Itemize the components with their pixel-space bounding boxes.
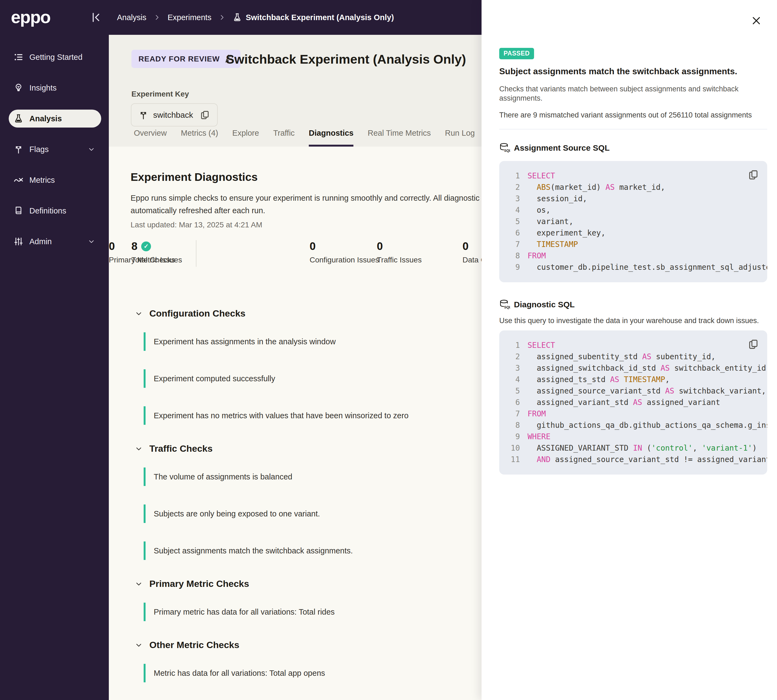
assignment-sql-heading: SQL Assignment Source SQL <box>499 143 767 153</box>
diagnostic-sql-heading: SQL Diagnostic SQL <box>499 299 767 310</box>
line-number: 5 <box>509 216 520 227</box>
close-x-glyph <box>751 15 762 26</box>
flask-icon <box>232 13 242 22</box>
status-badge-label: READY FOR REVIEW <box>139 55 220 63</box>
branch-icon <box>13 144 23 154</box>
line-number: 7 <box>509 408 520 420</box>
sidebar-collapse-icon[interactable] <box>90 12 102 23</box>
code-line: 9 customer_db.pipeline_test.sb_assignmen… <box>509 262 767 273</box>
tab-explore[interactable]: Explore <box>232 128 259 147</box>
bulb-icon <box>13 83 23 93</box>
code-line: 5 assigned_source_variant_std AS switchb… <box>509 385 767 397</box>
sidebar: Getting StartedInsightsAnalysisFlagsMetr… <box>0 35 109 700</box>
sliders-icon <box>13 237 23 247</box>
diagnostic-sql-code: 1SELECT2 assigned_subentity_std AS suben… <box>499 330 767 475</box>
chevron-right-icon <box>154 14 160 21</box>
stat-primary-metric-issues: 0Primary Metric Issues <box>109 240 182 264</box>
breadcrumb-item[interactable]: Experiments <box>167 13 211 22</box>
line-number: 3 <box>509 193 520 205</box>
copy-glyph <box>748 169 759 180</box>
sidebar-item-label: Getting Started <box>29 53 82 62</box>
list-icon <box>13 52 23 62</box>
stat-label: Primary Metric Issues <box>109 256 182 264</box>
tab-real-time-metrics[interactable]: Real Time Metrics <box>368 128 431 147</box>
code-line: 5 variant, <box>509 216 767 227</box>
check-detail-content: PASSED Subject assignments match the swi… <box>499 48 767 475</box>
sidebar-item-label: Insights <box>29 83 57 92</box>
sidebar-item-metrics[interactable]: Metrics <box>9 171 101 189</box>
tab-overview[interactable]: Overview <box>134 128 167 147</box>
tab-run-log[interactable]: Run Log <box>445 128 475 147</box>
copy-glyph <box>748 338 759 350</box>
check-description: Checks that variants match between subje… <box>499 84 767 103</box>
line-number: 6 <box>509 397 520 408</box>
close-icon[interactable] <box>751 15 762 26</box>
book-icon <box>13 206 23 216</box>
check-title: Subject assignments match the switchback… <box>499 66 767 77</box>
chart-line-icon <box>13 175 23 185</box>
code-line: 6 assigned_variant_std AS assigned_varia… <box>509 397 767 408</box>
sidebar-item-getting-started[interactable]: Getting Started <box>9 48 101 66</box>
experiment-key-chip[interactable]: switchback <box>131 103 218 127</box>
stat-configuration-issues: 0Configuration Issues <box>309 240 379 264</box>
diagnostic-sql-heading-label: Diagnostic SQL <box>514 300 575 309</box>
code-line: 4 assigned_ts_std AS TIMESTAMP, <box>509 374 767 385</box>
stat-value: 0 <box>109 240 182 252</box>
tab-metrics-4[interactable]: Metrics (4) <box>181 128 218 147</box>
chevron-down-icon <box>135 641 143 649</box>
line-number: 1 <box>509 170 520 182</box>
tab-traffic[interactable]: Traffic <box>273 128 295 147</box>
code-line: 10 ASSIGNED_VARIANT_STD IN ('control', '… <box>509 442 767 454</box>
breadcrumb-item[interactable]: Analysis <box>117 13 146 22</box>
eppo-logo: eppo <box>11 7 50 27</box>
sidebar-item-label: Analysis <box>29 114 62 123</box>
diagnostic-sql-hint: Use this query to investigate the data i… <box>499 317 767 325</box>
line-number: 8 <box>509 250 520 262</box>
section-title: Primary Metric Checks <box>149 578 249 589</box>
status-badge: READY FOR REVIEW <box>131 50 241 68</box>
code-line: 1SELECT <box>509 340 767 351</box>
stat-value: 0 <box>309 240 379 252</box>
stat-traffic-issues: 0Traffic Issues <box>377 240 422 264</box>
copy-icon[interactable] <box>748 338 759 350</box>
check-detail-panel: PASSED Subject assignments match the swi… <box>481 0 777 700</box>
code-line: 6 experiment_key, <box>509 227 767 239</box>
line-number: 2 <box>509 351 520 363</box>
section-title: Other Metric Checks <box>149 640 239 650</box>
sidebar-item-admin[interactable]: Admin <box>9 233 101 250</box>
sidebar-item-analysis[interactable]: Analysis <box>9 110 101 128</box>
line-number: 10 <box>509 442 520 454</box>
code-line: 9WHERE <box>509 431 767 442</box>
breadcrumb: AnalysisExperimentsSwitchback Experiment… <box>117 0 394 35</box>
chevron-down-icon <box>88 238 95 245</box>
chevron-right-icon <box>219 14 226 21</box>
svg-text:SQL: SQL <box>504 149 510 153</box>
page-title: Switchback Experiment (Analysis Only) <box>226 52 466 67</box>
line-number: 9 <box>509 262 520 273</box>
sidebar-item-definitions[interactable]: Definitions <box>9 202 101 220</box>
chevron-down-icon <box>135 445 143 453</box>
sql-icon: SQL <box>499 299 510 310</box>
tab-bar: OverviewMetrics (4)ExploreTrafficDiagnos… <box>134 128 475 147</box>
line-number: 2 <box>509 182 520 193</box>
chevron-down-icon <box>135 310 143 318</box>
sidebar-item-label: Definitions <box>29 207 66 215</box>
tab-diagnostics[interactable]: Diagnostics <box>309 128 353 147</box>
sidebar-item-label: Admin <box>29 237 52 246</box>
sidebar-item-insights[interactable]: Insights <box>9 79 101 97</box>
flask-icon <box>13 114 23 123</box>
code-line: 2 assigned_subentity_std AS subentity_id… <box>509 351 767 363</box>
stat-label: Traffic Issues <box>377 256 422 264</box>
line-number: 5 <box>509 385 520 397</box>
stat-label: Configuration Issues <box>309 256 379 264</box>
code-line: 2 ABS(market_id) AS market_id, <box>509 182 767 193</box>
experiment-key-value: switchback <box>153 110 193 120</box>
code-line: 8 github_actions_qa_db.github_actions_qa… <box>509 420 767 431</box>
code-line: 7 TIMESTAMP <box>509 239 767 250</box>
line-number: 9 <box>509 431 520 442</box>
code-line: 11 AND assigned_source_variant_std != as… <box>509 454 767 465</box>
line-number: 7 <box>509 239 520 250</box>
copy-icon[interactable] <box>200 110 210 120</box>
sidebar-item-flags[interactable]: Flags <box>9 140 101 158</box>
copy-icon[interactable] <box>748 169 759 180</box>
